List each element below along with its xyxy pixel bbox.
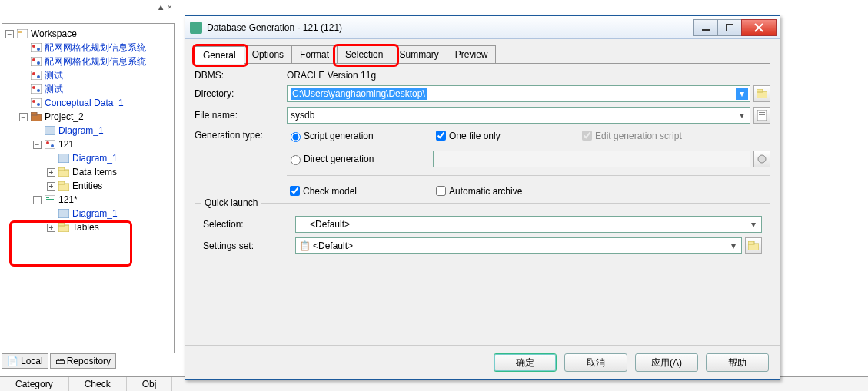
model-icon: [44, 138, 56, 151]
settings-icon: 📋: [299, 240, 311, 251]
tree-project[interactable]: −Project_2: [5, 110, 174, 124]
pdm-icon: [44, 194, 56, 206]
svg-rect-14: [31, 98, 42, 108]
svg-rect-34: [190, 22, 202, 34]
chevron-down-icon: [736, 153, 748, 165]
col-header: Category: [0, 377, 69, 391]
tree-item[interactable]: Conceptual Data_1: [5, 96, 174, 110]
titlebar[interactable]: Database Generation - 121 (121): [185, 16, 780, 39]
browse-file-button[interactable]: [753, 107, 770, 124]
project-icon: [30, 111, 42, 123]
svg-point-6: [32, 58, 35, 61]
cancel-button[interactable]: 取消: [564, 353, 627, 372]
connection-button[interactable]: [753, 151, 770, 167]
directory-combo[interactable]: C:\Users\yanghaoming\Desktop\▾: [287, 85, 750, 102]
tree-item[interactable]: 配网网格化规划信息系统: [5, 55, 174, 68]
svg-point-22: [51, 144, 54, 147]
tree-item[interactable]: 配网网格化规划信息系统: [5, 41, 174, 55]
svg-point-4: [37, 48, 40, 51]
settings-combo[interactable]: 📋<Default>▾: [295, 237, 742, 254]
connection-combo[interactable]: [433, 151, 750, 167]
svg-rect-38: [757, 89, 763, 92]
ok-button[interactable]: 确定: [494, 353, 557, 372]
tab-summary[interactable]: Summary: [391, 45, 447, 63]
tree-item[interactable]: +Entities: [5, 179, 174, 193]
svg-rect-23: [58, 154, 69, 163]
svg-rect-18: [31, 112, 37, 115]
chevron-down-icon: ▾: [727, 240, 740, 252]
svg-rect-40: [759, 112, 765, 113]
settings-browse-button[interactable]: [745, 237, 762, 254]
tree-model-121star[interactable]: −121*: [5, 193, 174, 207]
selection-combo[interactable]: <Default>▾: [295, 216, 762, 233]
tab-options[interactable]: Options: [244, 45, 292, 63]
browse-folder-button[interactable]: [753, 85, 770, 102]
tree-item[interactable]: Diagram_1: [5, 207, 174, 220]
maximize-button[interactable]: [717, 19, 742, 36]
tree-item[interactable]: Diagram_1: [5, 124, 174, 138]
svg-point-3: [32, 45, 35, 48]
tree-item[interactable]: +Data Items: [5, 165, 174, 179]
folder-icon: [58, 166, 70, 178]
dbms-value: ORACLE Version 11g: [287, 70, 376, 81]
svg-point-15: [32, 100, 35, 103]
selection-label: Selection:: [203, 219, 295, 230]
apply-button[interactable]: 应用(A): [635, 353, 698, 372]
dialog-title: Database Generation - 121 (121): [207, 22, 694, 33]
tab-local[interactable]: 📄Local: [2, 353, 48, 369]
diagram-icon: [58, 207, 70, 220]
radio-script-generation[interactable]: Script generation: [287, 130, 410, 142]
tab-repository[interactable]: 🗃Repository: [50, 353, 116, 369]
svg-rect-41: [759, 114, 765, 115]
chevron-down-icon: ▾: [736, 109, 748, 121]
workspace-icon: [16, 28, 28, 40]
svg-point-10: [37, 75, 40, 78]
tree-item[interactable]: 测试: [5, 68, 174, 82]
svg-rect-35: [702, 29, 710, 31]
tree-panel: ▲ × −Workspace 配网网格化规划信息系统 配网网格化规划信息系统 测…: [2, 23, 175, 353]
svg-point-16: [37, 103, 40, 106]
tab-preview[interactable]: Preview: [447, 45, 497, 63]
tree-item[interactable]: +Tables: [5, 220, 174, 234]
database-generation-dialog: Database Generation - 121 (121) General …: [185, 15, 780, 380]
tab-general[interactable]: General: [195, 46, 244, 64]
tab-selection[interactable]: Selection: [337, 45, 391, 63]
svg-rect-44: [748, 241, 754, 244]
radio-direct-generation[interactable]: Direct generation: [287, 153, 410, 165]
svg-rect-31: [58, 209, 69, 218]
filename-combo[interactable]: sysdb▾: [287, 107, 750, 124]
svg-point-42: [758, 155, 766, 163]
check-one-file[interactable]: One file only: [433, 128, 556, 143]
app-icon: [190, 22, 202, 34]
svg-point-12: [32, 86, 35, 89]
tree-model-121[interactable]: −121: [5, 138, 174, 151]
check-check-model[interactable]: Check model: [287, 184, 410, 198]
tree-item[interactable]: Diagram_1: [5, 151, 174, 165]
svg-rect-25: [58, 167, 65, 171]
settings-label: Settings set:: [203, 240, 295, 251]
minimize-button[interactable]: [693, 19, 718, 36]
model-icon: [30, 55, 42, 68]
check-auto-archive[interactable]: Automatic archive: [433, 184, 556, 198]
repo-icon: 🗃: [55, 356, 65, 366]
help-button[interactable]: 帮助: [706, 353, 769, 372]
svg-rect-19: [45, 126, 55, 135]
model-icon: [30, 83, 42, 95]
svg-rect-2: [31, 43, 42, 52]
dialog-tabs: General Options Format Selection Summary…: [195, 45, 770, 64]
folder-icon: [58, 180, 70, 192]
check-edit-script: Edit generation script: [579, 128, 702, 143]
filename-label: File name:: [195, 110, 287, 121]
button-bar: 确定 取消 应用(A) 帮助: [185, 345, 780, 379]
tree-root[interactable]: −Workspace: [5, 27, 174, 41]
panel-close-icon[interactable]: ▲ ×: [157, 2, 172, 12]
tab-format[interactable]: Format: [291, 45, 338, 63]
svg-point-21: [46, 141, 49, 144]
diagram-icon: [44, 124, 56, 137]
close-button[interactable]: [741, 19, 777, 36]
folder-icon: [58, 221, 70, 234]
svg-rect-36: [726, 24, 733, 31]
tree: −Workspace 配网网格化规划信息系统 配网网格化规划信息系统 测试 测试…: [2, 24, 174, 234]
tree-item[interactable]: 测试: [5, 82, 174, 96]
svg-point-9: [32, 72, 35, 75]
